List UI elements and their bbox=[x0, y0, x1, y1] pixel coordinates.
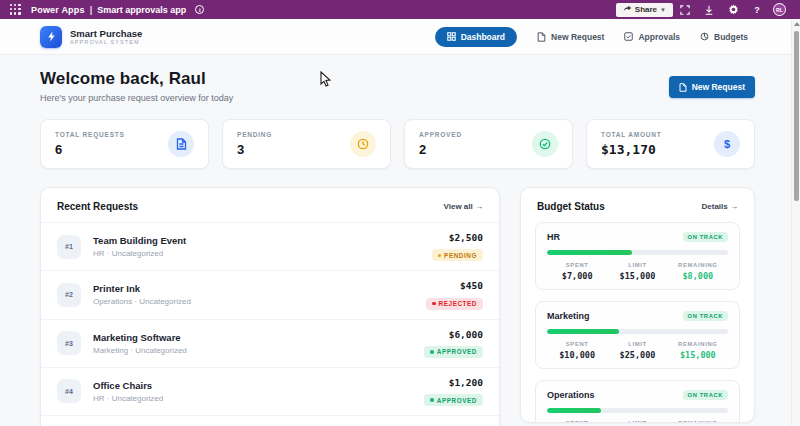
budget-name: Marketing bbox=[547, 311, 590, 321]
request-row[interactable]: #4 Office Chairs HR · Uncategorized $1,2… bbox=[41, 367, 499, 415]
stat-label: TOTAL AMOUNT bbox=[601, 131, 662, 138]
budget-name: Operations bbox=[547, 390, 595, 400]
stat-cards: TOTAL REQUESTS 6 PENDING 3 APPROVED 2 bbox=[40, 119, 755, 169]
budget-progress-track bbox=[547, 408, 728, 413]
spent-label: SPENT bbox=[547, 262, 607, 268]
tab-approvals-label: Approvals bbox=[638, 32, 680, 42]
stat-card-total-requests: TOTAL REQUESTS 6 bbox=[40, 119, 209, 169]
limit-label: LIMIT bbox=[607, 262, 667, 268]
tab-dashboard-label: Dashboard bbox=[461, 32, 505, 42]
view-all-link[interactable]: View all → bbox=[444, 202, 483, 211]
recent-requests-panel: Recent Requests View all → #1 Team Build… bbox=[40, 187, 500, 426]
budget-status-panel: Budget Status Details → HR ON TRACK SPEN… bbox=[520, 187, 755, 423]
share-button[interactable]: Share ▼ bbox=[616, 3, 673, 17]
status-badge: APPROVED bbox=[424, 394, 483, 406]
stat-value: 3 bbox=[237, 142, 272, 157]
share-icon bbox=[623, 5, 632, 14]
focus-mode-icon[interactable] bbox=[673, 0, 697, 19]
request-row[interactable]: #5 Laptop Purchase IT · Uncategorized $3… bbox=[41, 415, 499, 426]
app-window: { "topbar": { "brand": "Power Apps", "se… bbox=[0, 0, 800, 426]
request-row[interactable]: #2 Printer Ink Operations · Uncategorize… bbox=[41, 270, 499, 318]
remaining-label: REMAINING bbox=[668, 262, 728, 268]
spent-value: $10,000 bbox=[547, 350, 607, 360]
request-meta: Marketing · Uncategorized bbox=[93, 346, 187, 355]
scroll-up-arrow-icon[interactable] bbox=[794, 22, 800, 26]
stat-value: $13,170 bbox=[601, 142, 662, 157]
stat-card-total-amount: TOTAL AMOUNT $13,170 $ bbox=[586, 119, 755, 169]
dashboard-content: Welcome back, Raul Here's your purchase … bbox=[0, 55, 800, 426]
dollar-icon: $ bbox=[714, 131, 740, 157]
remaining-value: $15,000 bbox=[668, 350, 728, 360]
new-request-button-label: New Request bbox=[692, 82, 745, 92]
request-amount: $450 bbox=[426, 280, 483, 291]
budget-progress-fill bbox=[547, 250, 632, 255]
dashboard-grid-icon bbox=[447, 32, 456, 41]
tab-budgets[interactable]: Budgets bbox=[700, 32, 748, 42]
request-meta: HR · Uncategorized bbox=[93, 394, 163, 403]
budget-progress-track bbox=[547, 250, 728, 255]
budget-progress-track bbox=[547, 329, 728, 334]
tab-new-request[interactable]: New Request bbox=[537, 32, 604, 42]
request-row[interactable]: #1 Team Building Event HR · Uncategorize… bbox=[41, 222, 499, 270]
topbar-separator: | bbox=[90, 5, 93, 15]
limit-value: $15,000 bbox=[607, 271, 667, 281]
powerapps-brand[interactable]: Power Apps bbox=[31, 5, 85, 15]
main-nav: Dashboard New Request Approvals Budgets bbox=[435, 27, 748, 47]
check-square-icon bbox=[624, 32, 633, 41]
settings-gear-icon[interactable] bbox=[721, 0, 745, 19]
rank-badge: #1 bbox=[57, 235, 81, 259]
recent-requests-header: Recent Requests View all → bbox=[41, 188, 499, 222]
request-title: Team Building Event bbox=[93, 235, 186, 246]
spent-label: SPENT bbox=[547, 420, 607, 423]
budget-name: HR bbox=[547, 232, 560, 242]
on-track-badge: ON TRACK bbox=[683, 311, 728, 321]
details-link[interactable]: Details → bbox=[702, 202, 738, 211]
request-amount: $2,500 bbox=[432, 232, 483, 243]
status-label: PENDING bbox=[444, 252, 477, 259]
budget-status-header: Budget Status Details → bbox=[521, 188, 754, 222]
status-label: REJECTED bbox=[439, 300, 477, 307]
tab-dashboard[interactable]: Dashboard bbox=[435, 27, 517, 47]
spent-value: $7,000 bbox=[547, 271, 607, 281]
page-title: Welcome back, Raul bbox=[40, 69, 755, 89]
waffle-icon[interactable] bbox=[10, 4, 21, 15]
page-subtitle: Here's your purchase request overview fo… bbox=[40, 93, 755, 103]
stat-label: TOTAL REQUESTS bbox=[55, 131, 125, 138]
budget-card-operations: Operations ON TRACK SPENT$3,000 LIMIT$10… bbox=[535, 380, 740, 423]
vertical-scrollbar[interactable] bbox=[791, 19, 800, 426]
request-row[interactable]: #3 Marketing Software Marketing · Uncate… bbox=[41, 319, 499, 367]
download-icon[interactable] bbox=[697, 0, 721, 19]
rank-badge: #3 bbox=[57, 331, 81, 355]
status-dot-icon bbox=[432, 302, 436, 306]
status-dot-icon bbox=[430, 350, 434, 354]
info-icon[interactable]: i bbox=[195, 5, 204, 14]
request-title: Printer Ink bbox=[93, 283, 191, 294]
request-title: Office Chairs bbox=[93, 380, 163, 391]
on-track-badge: ON TRACK bbox=[683, 390, 728, 400]
request-amount: $6,000 bbox=[424, 329, 483, 340]
status-badge: REJECTED bbox=[426, 298, 483, 310]
clock-icon bbox=[350, 131, 376, 157]
budget-status-title: Budget Status bbox=[537, 201, 605, 212]
stat-value: 6 bbox=[55, 142, 125, 157]
logo-subtitle: APPROVAL SYSTEM bbox=[70, 39, 142, 45]
stat-label: APPROVED bbox=[419, 131, 462, 138]
tab-approvals[interactable]: Approvals bbox=[624, 32, 680, 42]
budget-progress-fill bbox=[547, 329, 619, 334]
status-badge: APPROVED bbox=[424, 346, 483, 358]
help-icon[interactable]: ? bbox=[745, 0, 769, 19]
new-request-button[interactable]: New Request bbox=[669, 76, 755, 98]
scrollbar-thumb[interactable] bbox=[794, 31, 799, 201]
chevron-down-icon: ▼ bbox=[660, 7, 666, 13]
request-meta: HR · Uncategorized bbox=[93, 249, 186, 258]
on-track-badge: ON TRACK bbox=[683, 232, 728, 242]
logo-title: Smart Purchase bbox=[70, 28, 142, 40]
main-panels: Recent Requests View all → #1 Team Build… bbox=[40, 187, 755, 426]
office-topbar: Power Apps | Smart approvals app i Share… bbox=[0, 0, 800, 19]
recent-requests-title: Recent Requests bbox=[57, 201, 138, 212]
budget-card-marketing: Marketing ON TRACK SPENT$10,000 LIMIT$25… bbox=[535, 301, 740, 369]
user-avatar[interactable]: RL bbox=[773, 3, 786, 16]
document-icon bbox=[537, 32, 546, 42]
lightning-bolt-icon bbox=[46, 31, 57, 42]
document-icon bbox=[679, 83, 687, 92]
